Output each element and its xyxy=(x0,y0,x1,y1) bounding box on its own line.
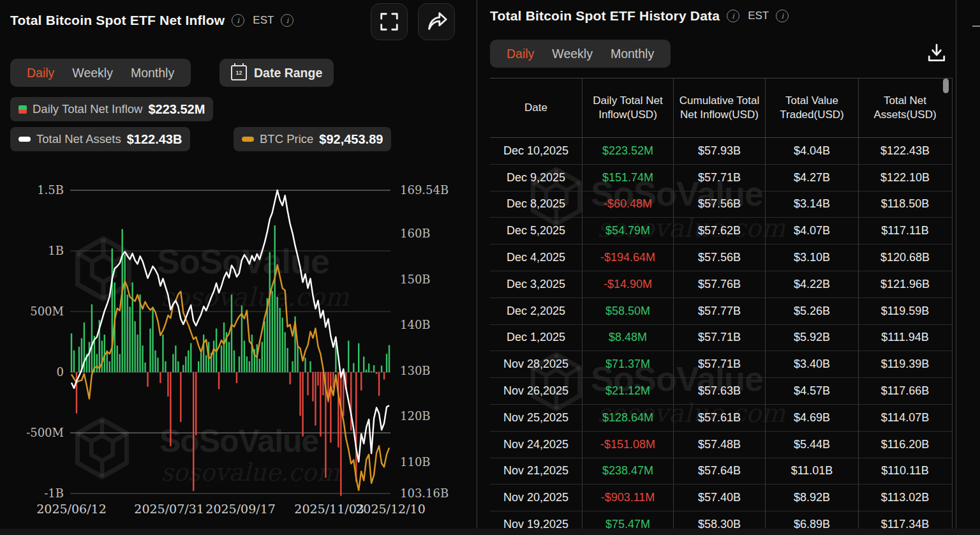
table-cell: $57.64B xyxy=(674,458,766,485)
est-timezone-label: EST xyxy=(253,14,274,27)
table-cell: $57.56B xyxy=(674,192,766,218)
table-cell: $11.01B xyxy=(766,458,859,485)
inflow-bar-swatch-icon xyxy=(19,105,27,114)
axis-tick-label: 103.16B xyxy=(400,486,449,500)
table-cell: $113.02B xyxy=(859,485,951,511)
table-cell: $4.22B xyxy=(766,271,859,298)
table-cell: $57.56B xyxy=(674,245,766,271)
chart-canvas[interactable] xyxy=(70,185,390,504)
header-cell-daily-inflow: Daily Total Net Inflow(USD) xyxy=(583,79,674,137)
table-cell: $118.50B xyxy=(859,192,951,218)
info-icon[interactable]: i xyxy=(232,14,244,27)
table-cell: $110.11B xyxy=(859,458,951,485)
table-cell: $3.14B xyxy=(766,192,859,218)
table-cell: -$14.90M xyxy=(583,271,674,298)
table-scrollbar-thumb[interactable] xyxy=(943,79,949,93)
table-cell: $4.04B xyxy=(766,138,859,164)
axis-tick-label: 1B xyxy=(0,244,64,257)
tab-monthly[interactable]: Monthly xyxy=(122,66,183,80)
net-inflow-chart-panel: Total Bitcoin Spot ETF Net Inflow i EST … xyxy=(0,0,477,535)
page-bottom-scroll-area[interactable] xyxy=(0,529,980,535)
table-cell: $117.11B xyxy=(859,218,951,244)
tab-weekly[interactable]: Weekly xyxy=(543,47,602,61)
table-cell: $114.07B xyxy=(859,405,951,431)
table-cell: -$903.11M xyxy=(583,485,674,511)
table-cell: $57.62B xyxy=(674,218,766,244)
table-row: Dec 8,2025-$60.48M$57.56B$3.14B$118.50B xyxy=(490,192,952,218)
legend-value: $122.43B xyxy=(127,132,182,147)
table-cell: Nov 25,2025 xyxy=(490,405,583,431)
table-cell: Nov 26,2025 xyxy=(490,378,583,404)
info-icon[interactable]: i xyxy=(727,10,739,22)
share-button[interactable] xyxy=(418,3,455,40)
table-row: Nov 20,2025-$903.11M$57.40B$8.92B$113.02… xyxy=(490,485,952,511)
table-row: Dec 4,2025-$194.64M$57.56B$3.10B$120.68B xyxy=(490,245,952,271)
axis-tick-label: -1B xyxy=(0,486,64,500)
date-range-label: Date Range xyxy=(254,66,322,80)
table-cell: $4.07B xyxy=(766,218,859,244)
table-row: Dec 2,2025$58.50M$57.77B$5.26B$119.59B xyxy=(490,298,952,325)
table-cell: $8.48M xyxy=(583,325,674,351)
table-cell: Nov 20,2025 xyxy=(490,485,583,511)
table-cell: Nov 28,2025 xyxy=(490,351,583,377)
table-cell: $128.64M xyxy=(583,405,674,431)
table-cell: $57.71B xyxy=(674,165,766,191)
table-cell: $111.94B xyxy=(859,325,951,351)
header-cell-cumulative-inflow: Cumulative Total Net Inflow(USD) xyxy=(674,79,766,137)
info-icon[interactable]: i xyxy=(776,10,789,22)
tab-monthly[interactable]: Monthly xyxy=(602,47,663,61)
table-cell: $122.43B xyxy=(859,138,951,164)
axis-tick-label: 140B xyxy=(400,318,431,331)
legend-label: Daily Total Net Inflow xyxy=(33,102,142,116)
table-cell: $57.61B xyxy=(674,405,766,431)
axis-tick-label: 0 xyxy=(0,365,64,379)
table-panel-title: Total Bitcoin Spot ETF History Data xyxy=(490,8,720,24)
download-icon xyxy=(926,42,947,64)
assets-line-swatch-icon xyxy=(19,137,31,142)
table-cell: $120.68B xyxy=(859,245,951,271)
table-cell: $121.96B xyxy=(859,271,951,298)
table-cell: $238.47M xyxy=(583,458,674,485)
table-row: Nov 26,2025$21.12M$57.63B$4.57B$117.66B xyxy=(490,378,952,405)
chart-title-row: Total Bitcoin Spot ETF Net Inflow i EST … xyxy=(10,13,293,28)
inflow-bars xyxy=(71,225,390,496)
table-cell: -$151.08M xyxy=(583,432,674,458)
table-cell: $6.89B xyxy=(766,511,859,529)
table-row: Dec 10,2025$223.52M$57.93B$4.04B$122.43B xyxy=(490,138,952,165)
table-row: Dec 3,2025-$14.90M$57.76B$4.22B$121.96B xyxy=(490,271,952,298)
table-cell: $75.47M xyxy=(583,511,674,529)
table-cell: $57.63B xyxy=(674,378,766,404)
table-cell: -$194.64M xyxy=(583,245,674,271)
panel-divider xyxy=(956,0,956,535)
tab-daily[interactable]: Daily xyxy=(498,47,543,61)
table-cell: Nov 21,2025 xyxy=(490,458,583,485)
table-cell: Dec 1,2025 xyxy=(490,325,583,351)
tab-daily[interactable]: Daily xyxy=(18,66,63,80)
table-cell: $119.39B xyxy=(859,351,951,377)
table-cell: Dec 10,2025 xyxy=(490,138,583,164)
table-cell: $116.20B xyxy=(859,432,951,458)
table-cell: $57.77B xyxy=(674,298,766,324)
info-icon[interactable]: i xyxy=(281,14,293,27)
table-cell: $117.34B xyxy=(859,511,951,529)
table-cell: $117.66B xyxy=(859,378,951,404)
fullscreen-button[interactable] xyxy=(371,3,408,40)
table-cell: $57.40B xyxy=(674,485,766,511)
legend-btc-price[interactable]: BTC Price $92,453.89 xyxy=(234,127,391,151)
tab-weekly[interactable]: Weekly xyxy=(63,66,122,80)
table-border xyxy=(952,78,953,529)
clipped-next-panel-edge xyxy=(972,26,980,27)
table-cell: $57.71B xyxy=(674,351,766,377)
axis-tick-label: 110B xyxy=(400,455,431,469)
table-cell: $4.69B xyxy=(766,405,859,431)
table-cell: $57.48B xyxy=(674,432,766,458)
legend-net-inflow[interactable]: Daily Total Net Inflow $223.52M xyxy=(10,97,213,121)
table-cell: Dec 9,2025 xyxy=(490,165,583,191)
axis-tick-label: 1.5B xyxy=(0,183,64,197)
date-range-button[interactable]: 12 Date Range xyxy=(219,59,334,87)
table-cell: Dec 5,2025 xyxy=(490,218,583,244)
download-button[interactable] xyxy=(926,42,947,64)
axis-tick-label: 150B xyxy=(400,273,431,286)
legend-net-assets[interactable]: Total Net Assets $122.43B xyxy=(10,127,190,151)
btc-line-swatch-icon xyxy=(242,137,254,142)
